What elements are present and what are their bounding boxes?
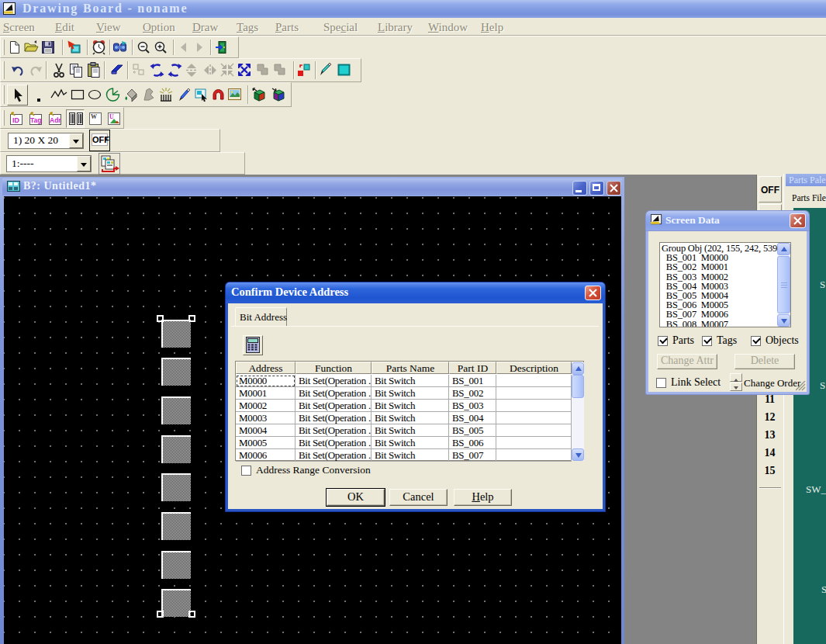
svg-text:Adr: Adr bbox=[50, 116, 61, 124]
svg-text:W: W bbox=[91, 113, 97, 120]
svg-text:U: U bbox=[109, 113, 114, 120]
svg-text:Tag: Tag bbox=[30, 116, 41, 124]
svg-text:ID: ID bbox=[12, 116, 20, 124]
